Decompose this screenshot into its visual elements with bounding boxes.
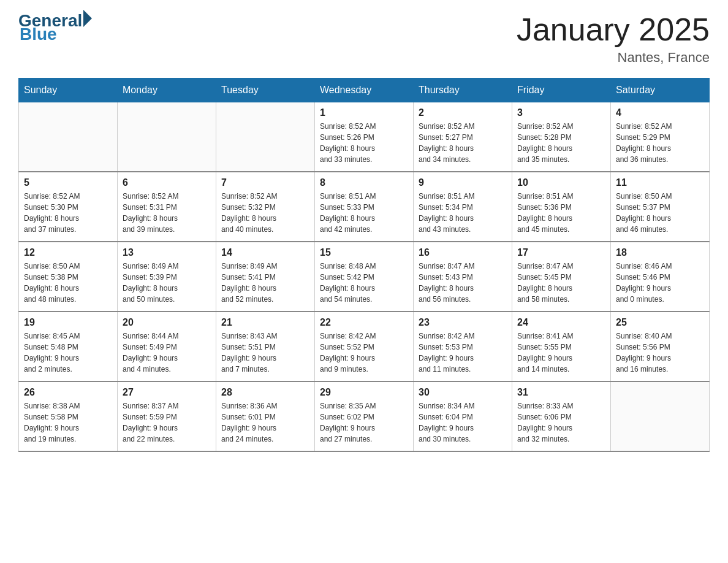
day-number: 20 [123,317,211,328]
table-row: 10Sunrise: 8:51 AMSunset: 5:36 PMDayligh… [512,172,611,242]
table-row [19,102,118,172]
day-info: Sunrise: 8:46 AMSunset: 5:46 PMDaylight:… [616,261,704,305]
header-sunday: Sunday [19,79,118,102]
day-number: 18 [616,247,704,258]
table-row: 19Sunrise: 8:45 AMSunset: 5:48 PMDayligh… [19,312,118,381]
calendar-week-4: 19Sunrise: 8:45 AMSunset: 5:48 PMDayligh… [19,312,710,381]
day-info: Sunrise: 8:50 AMSunset: 5:37 PMDaylight:… [616,191,704,235]
table-row: 12Sunrise: 8:50 AMSunset: 5:38 PMDayligh… [19,242,118,312]
day-number: 21 [221,317,309,328]
table-row: 5Sunrise: 8:52 AMSunset: 5:30 PMDaylight… [19,172,118,242]
day-info: Sunrise: 8:49 AMSunset: 5:39 PMDaylight:… [123,261,211,305]
day-info: Sunrise: 8:33 AMSunset: 6:06 PMDaylight:… [517,400,605,445]
day-info: Sunrise: 8:49 AMSunset: 5:41 PMDaylight:… [221,261,309,305]
table-row: 18Sunrise: 8:46 AMSunset: 5:46 PMDayligh… [611,242,710,312]
table-row: 28Sunrise: 8:36 AMSunset: 6:01 PMDayligh… [216,381,315,451]
day-info: Sunrise: 8:52 AMSunset: 5:29 PMDaylight:… [616,121,704,165]
day-number: 31 [517,387,605,398]
table-row: 27Sunrise: 8:37 AMSunset: 5:59 PMDayligh… [118,381,216,451]
table-row: 2Sunrise: 8:52 AMSunset: 5:27 PMDaylight… [414,102,512,172]
day-number: 19 [24,317,112,328]
day-info: Sunrise: 8:47 AMSunset: 5:43 PMDaylight:… [419,261,507,305]
day-info: Sunrise: 8:52 AMSunset: 5:30 PMDaylight:… [24,191,112,235]
header-friday: Friday [512,79,611,102]
header-wednesday: Wednesday [315,79,414,102]
day-number: 6 [123,177,211,188]
day-info: Sunrise: 8:34 AMSunset: 6:04 PMDaylight:… [419,400,507,445]
table-row: 13Sunrise: 8:49 AMSunset: 5:39 PMDayligh… [118,242,216,312]
table-row: 20Sunrise: 8:44 AMSunset: 5:49 PMDayligh… [118,312,216,381]
day-info: Sunrise: 8:45 AMSunset: 5:48 PMDaylight:… [24,331,112,375]
day-number: 8 [320,177,408,188]
logo: General Blue [18,12,92,43]
day-number: 9 [419,177,507,188]
day-number: 3 [517,107,605,118]
day-number: 17 [517,247,605,258]
table-row: 8Sunrise: 8:51 AMSunset: 5:33 PMDaylight… [315,172,414,242]
day-info: Sunrise: 8:52 AMSunset: 5:31 PMDaylight:… [123,191,211,235]
table-row: 7Sunrise: 8:52 AMSunset: 5:32 PMDaylight… [216,172,315,242]
day-info: Sunrise: 8:52 AMSunset: 5:28 PMDaylight:… [517,121,605,165]
day-number: 13 [123,247,211,258]
table-row: 1Sunrise: 8:52 AMSunset: 5:26 PMDaylight… [315,102,414,172]
table-row: 30Sunrise: 8:34 AMSunset: 6:04 PMDayligh… [414,381,512,451]
calendar-week-2: 5Sunrise: 8:52 AMSunset: 5:30 PMDaylight… [19,172,710,242]
table-row: 24Sunrise: 8:41 AMSunset: 5:55 PMDayligh… [512,312,611,381]
day-info: Sunrise: 8:51 AMSunset: 5:33 PMDaylight:… [320,191,408,235]
day-number: 27 [123,387,211,398]
calendar-title-block: January 2025 Nantes, France [517,12,710,66]
header-saturday: Saturday [611,79,710,102]
calendar-header-row: Sunday Monday Tuesday Wednesday Thursday… [19,79,710,102]
table-row: 14Sunrise: 8:49 AMSunset: 5:41 PMDayligh… [216,242,315,312]
day-number: 28 [221,387,309,398]
day-number: 5 [24,177,112,188]
calendar-week-3: 12Sunrise: 8:50 AMSunset: 5:38 PMDayligh… [19,242,710,312]
header-tuesday: Tuesday [216,79,315,102]
day-info: Sunrise: 8:36 AMSunset: 6:01 PMDaylight:… [221,400,309,445]
calendar-week-5: 26Sunrise: 8:38 AMSunset: 5:58 PMDayligh… [19,381,710,451]
table-row [611,381,710,451]
day-info: Sunrise: 8:37 AMSunset: 5:59 PMDaylight:… [123,400,211,445]
day-number: 24 [517,317,605,328]
table-row: 15Sunrise: 8:48 AMSunset: 5:42 PMDayligh… [315,242,414,312]
calendar-table: Sunday Monday Tuesday Wednesday Thursday… [18,78,710,452]
day-info: Sunrise: 8:48 AMSunset: 5:42 PMDaylight:… [320,261,408,305]
day-info: Sunrise: 8:42 AMSunset: 5:53 PMDaylight:… [419,331,507,375]
table-row: 29Sunrise: 8:35 AMSunset: 6:02 PMDayligh… [315,381,414,451]
day-info: Sunrise: 8:40 AMSunset: 5:56 PMDaylight:… [616,331,704,375]
day-info: Sunrise: 8:52 AMSunset: 5:26 PMDaylight:… [320,121,408,165]
table-row: 17Sunrise: 8:47 AMSunset: 5:45 PMDayligh… [512,242,611,312]
day-number: 7 [221,177,309,188]
table-row: 22Sunrise: 8:42 AMSunset: 5:52 PMDayligh… [315,312,414,381]
day-number: 22 [320,317,408,328]
day-info: Sunrise: 8:38 AMSunset: 5:58 PMDaylight:… [24,400,112,445]
day-number: 15 [320,247,408,258]
table-row [118,102,216,172]
day-number: 30 [419,387,507,398]
day-number: 16 [419,247,507,258]
page-header: General Blue January 2025 Nantes, France [18,12,710,66]
calendar-title: January 2025 [517,12,710,47]
day-info: Sunrise: 8:52 AMSunset: 5:32 PMDaylight:… [221,191,309,235]
table-row: 4Sunrise: 8:52 AMSunset: 5:29 PMDaylight… [611,102,710,172]
header-thursday: Thursday [414,79,512,102]
table-row: 23Sunrise: 8:42 AMSunset: 5:53 PMDayligh… [414,312,512,381]
day-info: Sunrise: 8:47 AMSunset: 5:45 PMDaylight:… [517,261,605,305]
table-row: 6Sunrise: 8:52 AMSunset: 5:31 PMDaylight… [118,172,216,242]
calendar-week-1: 1Sunrise: 8:52 AMSunset: 5:26 PMDaylight… [19,102,710,172]
day-number: 25 [616,317,704,328]
day-info: Sunrise: 8:42 AMSunset: 5:52 PMDaylight:… [320,331,408,375]
table-row: 16Sunrise: 8:47 AMSunset: 5:43 PMDayligh… [414,242,512,312]
day-info: Sunrise: 8:52 AMSunset: 5:27 PMDaylight:… [419,121,507,165]
day-number: 4 [616,107,704,118]
table-row: 21Sunrise: 8:43 AMSunset: 5:51 PMDayligh… [216,312,315,381]
day-number: 12 [24,247,112,258]
calendar-subtitle: Nantes, France [517,50,710,66]
day-number: 11 [616,177,704,188]
table-row: 26Sunrise: 8:38 AMSunset: 5:58 PMDayligh… [19,381,118,451]
day-info: Sunrise: 8:51 AMSunset: 5:36 PMDaylight:… [517,191,605,235]
day-info: Sunrise: 8:44 AMSunset: 5:49 PMDaylight:… [123,331,211,375]
day-number: 2 [419,107,507,118]
day-number: 23 [419,317,507,328]
day-info: Sunrise: 8:35 AMSunset: 6:02 PMDaylight:… [320,400,408,445]
